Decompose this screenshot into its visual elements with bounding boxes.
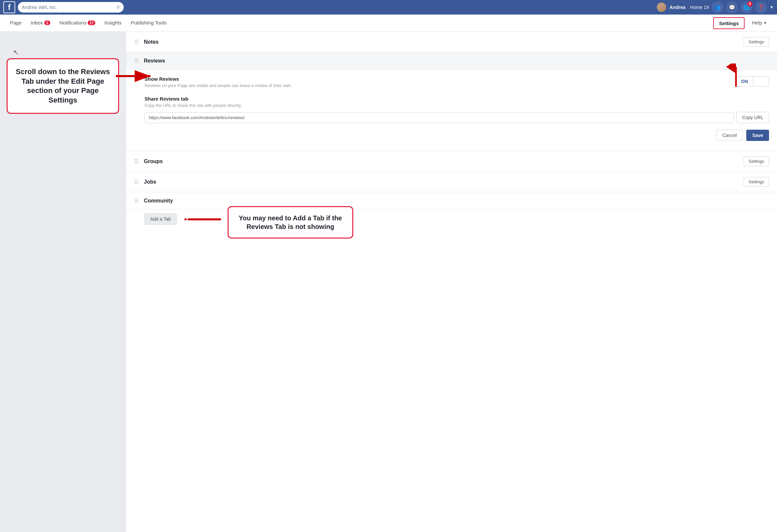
show-reviews-label: Show Reviews xyxy=(144,76,292,82)
groups-settings-button[interactable]: Settings xyxy=(744,156,769,166)
arrow-up-icon xyxy=(723,64,749,90)
help-icon: ❓ xyxy=(758,4,764,11)
reviews-section: ☰ Reviews Show Reviews Reviews on your P… xyxy=(126,52,777,151)
globe-badge: 9 xyxy=(747,1,753,7)
bottom-section: ☰ Community Add a Tab You may need to xyxy=(126,192,777,258)
subnav-page[interactable]: Page xyxy=(5,15,26,32)
drag-icon-community: ☰ xyxy=(134,198,139,204)
share-reviews-section: Share Reviews tab Copy the URL to share … xyxy=(144,96,769,123)
show-reviews-desc: Reviews on your Page are visible and peo… xyxy=(144,83,292,88)
groups-section-row: ☰ Groups Settings xyxy=(126,151,777,172)
reviews-expanded-body: Show Reviews Reviews on your Page are vi… xyxy=(126,70,777,151)
search-icon: ⚲ xyxy=(116,5,120,10)
arrow-right-icon xyxy=(116,70,155,83)
drag-icon-notes: ☰ xyxy=(134,39,139,45)
jobs-section-row: ☰ Jobs Settings xyxy=(126,172,777,192)
notes-settings-button[interactable]: Settings xyxy=(744,37,769,47)
messenger-icon: 💬 xyxy=(729,4,735,11)
nav-chevron-icon: ▼ xyxy=(770,5,774,10)
search-bar[interactable]: ⚲ xyxy=(18,2,124,13)
reviews-section-title: Reviews xyxy=(144,58,769,64)
nav-username: Andrea xyxy=(669,5,685,10)
friends-icon: 👥 xyxy=(714,4,721,11)
avatar[interactable] xyxy=(657,3,666,12)
top-navigation: f ⚲ Andrea Home 19 👥 💬 🌐 9 ❓ ▼ xyxy=(0,0,777,15)
drag-icon-groups: ☰ xyxy=(134,158,139,165)
groups-section-title: Groups xyxy=(144,158,744,165)
notes-section-title: Notes xyxy=(144,39,744,45)
community-section-row: ☰ Community xyxy=(126,192,777,209)
subnav-publishing-tools[interactable]: Publishing Tools xyxy=(126,15,171,32)
sub-navigation: Page Inbox 2 Notifications 17 Insights P… xyxy=(0,15,777,32)
annotation-box-1: Scroll down to the Reviews Tab under the… xyxy=(7,58,119,114)
community-section-title: Community xyxy=(144,198,769,204)
left-panel: ↖ Scroll down to the Reviews Tab under t… xyxy=(0,32,126,532)
subnav-insights[interactable]: Insights xyxy=(100,15,126,32)
search-input[interactable] xyxy=(22,5,116,10)
nav-right: Andrea Home 19 👥 💬 🌐 9 ❓ ▼ xyxy=(657,1,774,13)
annotation-text-1: Scroll down to the Reviews Tab under the… xyxy=(15,67,110,105)
toggle-off-area xyxy=(753,77,769,86)
friends-icon-btn[interactable]: 👥 xyxy=(711,1,724,13)
arrow-left-icon xyxy=(185,213,224,226)
subnav-inbox[interactable]: Inbox 2 xyxy=(26,15,55,32)
share-reviews-label: Share Reviews tab xyxy=(144,96,769,102)
notes-section-row: ☰ Notes Settings xyxy=(126,32,777,52)
show-reviews-info: Show Reviews Reviews on your Page are vi… xyxy=(144,76,292,88)
nav-home-link[interactable]: Home 19 xyxy=(690,5,709,10)
messenger-icon-btn[interactable]: 💬 xyxy=(726,1,738,13)
drag-icon-jobs: ☰ xyxy=(134,179,139,185)
annotation-box-2: You may need to Add a Tab if the Reviews… xyxy=(228,206,353,238)
reviews-header: ☰ Reviews xyxy=(126,52,777,70)
url-row: Copy URL xyxy=(144,112,769,123)
help-icon-btn[interactable]: ❓ xyxy=(755,1,767,13)
right-content: ☰ Notes Settings ☰ Reviews Show Reviews … xyxy=(126,32,777,532)
subnav-help[interactable]: Help ▼ xyxy=(747,15,772,32)
save-button[interactable]: Save xyxy=(746,130,769,141)
subnav-settings[interactable]: Settings xyxy=(713,17,745,29)
drag-icon-reviews: ☰ xyxy=(134,58,139,64)
cancel-button[interactable]: Cancel xyxy=(716,130,743,141)
facebook-logo: f xyxy=(3,1,15,13)
main-layout: ↖ Scroll down to the Reviews Tab under t… xyxy=(0,32,777,532)
globe-icon-btn[interactable]: 🌐 9 xyxy=(741,1,753,13)
show-reviews-row: Show Reviews Reviews on your Page are vi… xyxy=(144,76,769,88)
help-chevron-icon: ▼ xyxy=(763,21,767,25)
url-input[interactable] xyxy=(144,112,734,123)
subnav-notifications[interactable]: Notifications 17 xyxy=(55,15,100,32)
notifications-badge: 17 xyxy=(88,20,95,25)
jobs-settings-button[interactable]: Settings xyxy=(744,177,769,187)
annotation-text-2: You may need to Add a Tab if the Reviews… xyxy=(235,214,346,231)
action-row: Cancel Save xyxy=(144,130,769,144)
copy-url-button[interactable]: Copy URL xyxy=(736,112,769,123)
inbox-badge: 2 xyxy=(44,20,50,25)
add-tab-button[interactable]: Add a Tab xyxy=(144,213,177,225)
jobs-section-title: Jobs xyxy=(144,179,744,185)
share-reviews-desc: Copy the URL to share this tab with peop… xyxy=(144,103,769,108)
